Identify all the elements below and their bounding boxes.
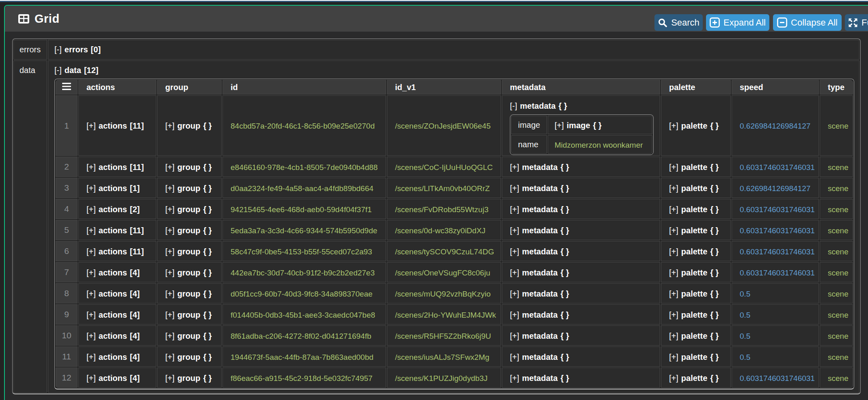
expander[interactable]: [+]metadata{ } xyxy=(510,353,655,362)
expander[interactable]: [+]metadata{ } xyxy=(510,289,655,299)
expander[interactable]: [+]actions[4] xyxy=(86,374,151,383)
fullscreen-button[interactable]: Fullscreen xyxy=(845,14,868,31)
expand-toggle[interactable]: [+] xyxy=(510,331,519,340)
expand-toggle[interactable]: [+] xyxy=(165,289,175,298)
expander[interactable]: [+]group{ } xyxy=(165,247,216,256)
expand-toggle[interactable]: [+] xyxy=(165,226,175,235)
expand-toggle[interactable]: [+] xyxy=(669,310,678,319)
expander[interactable]: [+]palette{ } xyxy=(669,374,725,383)
expand-toggle[interactable]: [+] xyxy=(165,310,175,319)
expander[interactable]: [+]group{ } xyxy=(165,331,216,341)
expand-toggle[interactable]: [+] xyxy=(510,184,519,193)
expander[interactable]: [+]palette{ } xyxy=(669,310,725,320)
expander[interactable]: [+]actions[4] xyxy=(86,289,151,299)
expand-toggle[interactable]: [+] xyxy=(165,121,175,130)
expand-toggle[interactable]: [+] xyxy=(510,247,519,256)
column-header-metadata[interactable]: metadata xyxy=(502,80,660,95)
expand-toggle[interactable]: [+] xyxy=(86,184,96,193)
expand-toggle[interactable]: [+] xyxy=(669,331,678,340)
expand-toggle[interactable]: [+] xyxy=(86,121,96,130)
expander[interactable]: [+]metadata{ } xyxy=(510,247,655,256)
expand-toggle[interactable]: [+] xyxy=(86,247,96,256)
expand-toggle[interactable]: [+] xyxy=(86,163,96,172)
expand-toggle[interactable]: [+] xyxy=(86,205,96,214)
expand-toggle[interactable]: [+] xyxy=(669,121,678,130)
expander[interactable]: [+]palette{ } xyxy=(669,163,725,172)
expander[interactable]: [+]image{ } xyxy=(555,118,646,133)
expand-toggle[interactable]: [+] xyxy=(669,268,678,277)
expander[interactable]: [+]metadata{ } xyxy=(510,226,655,235)
expander[interactable]: [+]group{ } xyxy=(165,374,216,383)
expand-toggle[interactable]: [+] xyxy=(669,289,678,298)
expand-toggle[interactable]: [+] xyxy=(669,184,678,193)
expand-toggle[interactable]: [+] xyxy=(669,205,678,214)
expander[interactable]: [+]actions[11] xyxy=(86,247,151,256)
expand-all-button[interactable]: Expand All xyxy=(706,14,769,31)
expander[interactable]: [+]group{ } xyxy=(165,289,216,299)
errors-expander[interactable]: [-]errors[0] xyxy=(54,43,854,56)
expand-toggle[interactable]: [+] xyxy=(510,268,519,277)
expand-toggle[interactable]: [+] xyxy=(86,226,96,235)
expand-toggle[interactable]: [+] xyxy=(165,268,175,277)
column-header-type[interactable]: type xyxy=(820,80,853,95)
expand-toggle[interactable]: [+] xyxy=(510,289,519,298)
expand-toggle[interactable]: [+] xyxy=(669,163,678,172)
expander[interactable]: [+]metadata{ } xyxy=(510,184,655,193)
expander[interactable]: [+]group{ } xyxy=(165,121,216,131)
column-header-group[interactable]: group xyxy=(157,80,222,95)
expander[interactable]: [+]group{ } xyxy=(165,226,216,235)
data-expander[interactable]: [-]data[12] xyxy=(54,64,854,77)
collapse-all-button[interactable]: Collapse All xyxy=(773,14,842,31)
column-header-id[interactable]: id xyxy=(222,80,386,95)
expand-toggle[interactable]: [+] xyxy=(165,374,175,383)
expander[interactable]: [+]palette{ } xyxy=(669,121,725,131)
expander[interactable]: [+]group{ } xyxy=(165,310,216,320)
expand-toggle[interactable]: [+] xyxy=(510,374,519,383)
expander[interactable]: [+]palette{ } xyxy=(669,226,725,235)
expand-toggle[interactable]: [+] xyxy=(86,374,96,383)
expander[interactable]: [+]palette{ } xyxy=(669,184,725,193)
expand-toggle[interactable]: [+] xyxy=(669,353,678,361)
expander[interactable]: [+]metadata{ } xyxy=(510,205,655,214)
expand-toggle[interactable]: [+] xyxy=(669,226,678,235)
expander[interactable]: [+]actions[4] xyxy=(86,310,151,320)
expander[interactable]: [+]palette{ } xyxy=(669,289,725,299)
expander[interactable]: [+]palette{ } xyxy=(669,247,725,256)
expand-toggle[interactable]: [+] xyxy=(510,205,519,214)
expand-toggle[interactable]: [+] xyxy=(165,331,175,340)
expand-toggle[interactable]: [+] xyxy=(86,310,96,319)
expander[interactable]: [+]metadata{ } xyxy=(510,331,655,341)
expand-toggle[interactable]: [+] xyxy=(510,310,519,319)
expander[interactable]: [+]actions[1] xyxy=(86,184,151,193)
expander[interactable]: [+]metadata{ } xyxy=(510,310,655,320)
expand-toggle[interactable]: [+] xyxy=(510,163,519,172)
expand-toggle[interactable]: [+] xyxy=(165,247,175,256)
expander[interactable]: [+]actions[11] xyxy=(86,226,151,235)
expander[interactable]: [+]palette{ } xyxy=(669,353,725,362)
collapse-toggle[interactable]: [-] xyxy=(54,66,62,75)
expander[interactable]: [+]metadata{ } xyxy=(510,374,655,383)
expander[interactable]: [+]actions[11] xyxy=(86,121,151,131)
column-header-id_v1[interactable]: id_v1 xyxy=(387,80,501,95)
column-header-palette[interactable]: palette xyxy=(661,80,731,95)
expander[interactable]: [+]group{ } xyxy=(165,353,216,362)
column-header-actions[interactable]: actions xyxy=(78,80,156,95)
expand-toggle[interactable]: [+] xyxy=(510,353,519,361)
expand-toggle[interactable]: [+] xyxy=(165,184,175,193)
menu-header-cell[interactable] xyxy=(56,80,78,95)
expand-toggle[interactable]: [+] xyxy=(86,268,96,277)
expander[interactable]: [+]metadata{ } xyxy=(510,268,655,277)
expand-toggle[interactable]: [-] xyxy=(510,101,517,110)
expand-toggle[interactable]: [+] xyxy=(86,353,96,361)
search-button[interactable]: Search xyxy=(654,14,703,31)
expand-toggle[interactable]: [+] xyxy=(669,374,678,383)
expander[interactable]: [+]metadata{ } xyxy=(510,163,655,172)
collapse-toggle[interactable]: [-] xyxy=(54,45,62,54)
expander[interactable]: [+]actions[2] xyxy=(86,205,151,214)
expand-toggle[interactable]: [+] xyxy=(555,121,564,130)
expander[interactable]: [+]actions[11] xyxy=(86,163,151,172)
expander[interactable]: [+]actions[4] xyxy=(86,331,151,341)
expand-toggle[interactable]: [+] xyxy=(165,205,175,214)
expand-toggle[interactable]: [+] xyxy=(86,331,96,340)
expander[interactable]: [+]palette{ } xyxy=(669,331,725,341)
